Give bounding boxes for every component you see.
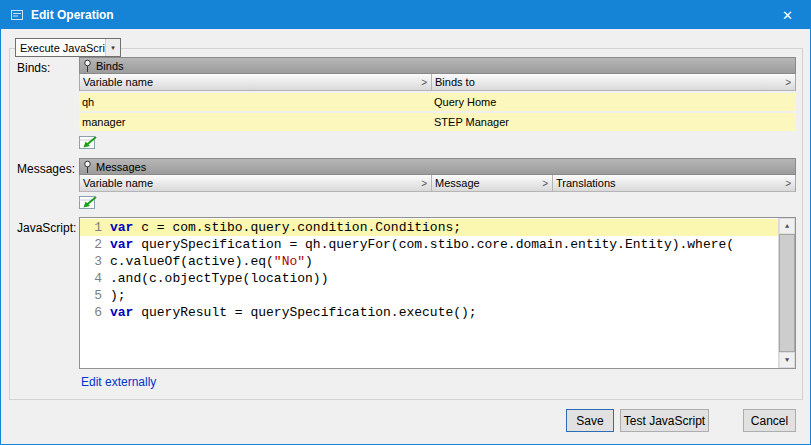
binds-table-body: qhQuery HomemanagerSTEP Manager: [79, 93, 796, 131]
code-text: var c = com.stibo.query.condition.Condit…: [110, 219, 461, 236]
messages-add-row-button[interactable]: [79, 194, 103, 211]
column-header-binds-to[interactable]: Binds to >: [432, 74, 795, 90]
window-title: Edit Operation: [31, 8, 114, 22]
app-icon: [9, 7, 25, 23]
code-lines: 1var c = com.stibo.query.condition.Condi…: [80, 218, 778, 368]
line-number: 6: [80, 304, 110, 321]
code-line[interactable]: 3c.valueOf(active).eq("No"): [80, 253, 778, 270]
titlebar: Edit Operation ✕: [1, 1, 810, 29]
javascript-editor[interactable]: 1var c = com.stibo.query.condition.Condi…: [79, 217, 796, 369]
scrollbar-thumb[interactable]: [779, 234, 795, 352]
code-line[interactable]: 2var querySpecification = qh.queryFor(co…: [80, 236, 778, 253]
column-label: Binds to: [435, 76, 475, 88]
column-header-message[interactable]: Message >: [432, 175, 553, 191]
messages-column-headers: Variable name > Message > Translations >: [79, 175, 796, 192]
code-text: );: [110, 287, 126, 304]
test-javascript-button[interactable]: Test JavaScript: [620, 409, 709, 432]
sort-indicator-icon[interactable]: >: [421, 178, 427, 189]
cancel-button[interactable]: Cancel: [743, 409, 796, 432]
table-cell-binds-to[interactable]: Query Home: [431, 93, 796, 111]
messages-table-title: Messages: [96, 161, 146, 173]
sort-indicator-icon[interactable]: >: [785, 77, 791, 88]
pin-icon: [83, 59, 92, 72]
code-line[interactable]: 4.and(c.objectType(location)): [80, 270, 778, 287]
close-icon[interactable]: ✕: [765, 1, 810, 29]
sort-indicator-icon[interactable]: >: [785, 178, 791, 189]
table-row[interactable]: managerSTEP Manager: [79, 113, 796, 131]
column-header-variable-name[interactable]: Variable name >: [80, 175, 432, 191]
pin-icon: [83, 160, 92, 173]
code-text: c.valueOf(active).eq("No"): [110, 253, 313, 270]
code-line[interactable]: 6var queryResult = querySpecification.ex…: [80, 304, 778, 321]
line-number: 1: [80, 219, 110, 236]
table-row[interactable]: qhQuery Home: [79, 93, 796, 111]
binds-add-row-button[interactable]: [79, 134, 103, 151]
column-label: Variable name: [83, 177, 153, 189]
messages-table-titlebar: Messages: [79, 158, 796, 175]
edit-operation-dialog: Edit Operation ✕ Execute JavaScript ▼ Bi…: [0, 0, 811, 445]
table-cell-binds-to[interactable]: STEP Manager: [431, 113, 796, 131]
line-number: 4: [80, 270, 110, 287]
operation-type-select[interactable]: Execute JavaScript ▼: [15, 38, 121, 57]
sort-indicator-icon[interactable]: >: [542, 178, 548, 189]
table-cell-variable[interactable]: manager: [79, 113, 431, 131]
column-header-translations[interactable]: Translations >: [553, 175, 795, 191]
vertical-scrollbar[interactable]: ▲ ▼: [778, 218, 795, 368]
binds-table-titlebar: Binds: [79, 57, 796, 74]
column-label: Message: [435, 177, 480, 189]
save-button[interactable]: Save: [566, 409, 614, 432]
line-number: 5: [80, 287, 110, 304]
binds-column-headers: Variable name > Binds to >: [79, 74, 796, 91]
scroll-up-icon[interactable]: ▲: [779, 218, 795, 234]
sort-indicator-icon[interactable]: >: [421, 77, 427, 88]
code-text: .and(c.objectType(location)): [110, 270, 328, 287]
binds-table-title: Binds: [96, 60, 124, 72]
chevron-down-icon: ▼: [105, 39, 120, 56]
code-text: var queryResult = querySpecification.exe…: [110, 304, 477, 321]
scroll-down-icon[interactable]: ▼: [779, 352, 795, 368]
binds-label: Binds:: [17, 61, 50, 75]
column-header-variable-name[interactable]: Variable name >: [80, 74, 432, 90]
code-line[interactable]: 5);: [80, 287, 778, 304]
line-number: 3: [80, 253, 110, 270]
column-label: Translations: [556, 177, 616, 189]
messages-label: Messages:: [17, 162, 75, 176]
column-label: Variable name: [83, 76, 153, 88]
messages-table: Messages Variable name > Message > Trans…: [79, 158, 796, 192]
line-number: 2: [80, 236, 110, 253]
binds-table: Binds Variable name > Binds to > qhQuery…: [79, 57, 796, 131]
table-cell-variable[interactable]: qh: [79, 93, 431, 111]
edit-externally-link[interactable]: Edit externally: [81, 375, 156, 389]
operation-type-value: Execute JavaScript: [20, 42, 105, 54]
code-line[interactable]: 1var c = com.stibo.query.condition.Condi…: [80, 219, 778, 236]
javascript-label: JavaScript:: [17, 221, 76, 235]
code-text: var querySpecification = qh.queryFor(com…: [110, 236, 734, 253]
